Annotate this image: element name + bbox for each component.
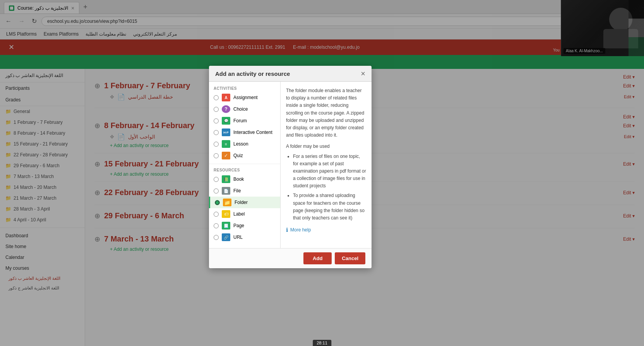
modal-item-folder[interactable]: 📁 Folder (209, 197, 280, 208)
modal-header: Add an activity or resource × (209, 66, 372, 82)
assignment-label: Assignment (233, 95, 258, 100)
choice-label: Choice (233, 106, 248, 112)
radio-interactive[interactable] (214, 130, 219, 135)
add-button[interactable]: Add (303, 252, 332, 264)
url-icon: 🔗 (222, 233, 230, 241)
modal-item-choice[interactable]: ? Choice (209, 103, 280, 115)
resources-section-label: RESOURCES (209, 166, 280, 173)
label-icon: 🏷 (222, 210, 230, 218)
modal-item-assignment[interactable]: A Assignment (209, 92, 280, 103)
modal: Add an activity or resource × ACTIVITIES… (209, 66, 372, 268)
interactive-icon: H·P (222, 128, 230, 136)
folder-icon-modal: 📁 (223, 199, 231, 206)
forum-label: Forum (233, 118, 247, 123)
url-label: URL (233, 235, 243, 240)
radio-choice[interactable] (214, 107, 219, 112)
modal-body: ACTIVITIES A Assignment ? Choice 💬 (209, 82, 372, 248)
info-icon: ℹ (286, 226, 288, 234)
forum-icon: 💬 (222, 117, 230, 125)
page-icon: 📃 (222, 222, 230, 230)
more-help-link[interactable]: More help (290, 226, 311, 234)
activities-section-label: ACTIVITIES (209, 85, 280, 92)
file-icon: 📄 (222, 187, 230, 195)
radio-quiz[interactable] (214, 153, 219, 158)
page-label: Page (233, 223, 244, 228)
use-item-2: To provide a shared uploading space for … (293, 192, 366, 222)
quiz-icon: ✓ (222, 152, 230, 159)
radio-page[interactable] (214, 223, 219, 228)
folder-use-list: For a series of files on one topic, for … (286, 153, 366, 222)
radio-url[interactable] (214, 235, 219, 240)
modal-item-quiz[interactable]: ✓ Quiz (209, 150, 280, 161)
radio-lesson[interactable] (214, 142, 219, 147)
file-label: File (233, 188, 241, 194)
folder-label: Folder (235, 200, 248, 205)
modal-item-page[interactable]: 📃 Page (209, 220, 280, 231)
modal-item-forum[interactable]: 💬 Forum (209, 115, 280, 127)
lesson-label: Lesson (233, 141, 248, 147)
modal-item-lesson[interactable]: ≡ Lesson (209, 138, 280, 150)
modal-close-button[interactable]: × (361, 70, 365, 77)
lesson-icon: ≡ (222, 140, 230, 148)
modal-activities-panel: ACTIVITIES A Assignment ? Choice 💬 (209, 82, 281, 248)
modal-item-url[interactable]: 🔗 URL (209, 231, 280, 243)
choice-icon: ? (222, 105, 230, 113)
book-label: Book (233, 176, 244, 182)
folder-use-title: A folder may be used (286, 143, 366, 150)
modal-item-interactive[interactable]: H·P Interactive Content (209, 127, 280, 138)
use-item-1: For a series of files on one topic, for … (293, 153, 366, 190)
modal-footer: Add Cancel (209, 248, 372, 268)
book-icon: 📗 (222, 175, 230, 183)
radio-assignment[interactable] (214, 95, 219, 100)
timestamp-bar: 28:11 (313, 340, 331, 346)
radio-forum[interactable] (214, 118, 219, 123)
modal-item-file[interactable]: 📄 File (209, 185, 280, 197)
label-label: Label (233, 211, 245, 217)
modal-overlay: Add an activity or resource × ACTIVITIES… (0, 0, 644, 346)
cancel-button[interactable]: Cancel (335, 252, 365, 264)
modal-item-book[interactable]: 📗 Book (209, 173, 280, 185)
modal-item-label[interactable]: 🏷 Label (209, 208, 280, 220)
radio-folder[interactable] (215, 200, 220, 205)
modal-title: Add an activity or resource (215, 70, 290, 77)
modal-description-panel: The folder module enables a teacher to d… (281, 82, 372, 248)
radio-file[interactable] (214, 188, 219, 194)
quiz-label: Quiz (233, 153, 243, 158)
assignment-icon: A (222, 94, 230, 101)
radio-label[interactable] (214, 212, 219, 217)
radio-book[interactable] (214, 177, 219, 182)
interactive-label: Interactive Content (233, 130, 272, 135)
folder-description: The folder module enables a teacher to d… (286, 87, 366, 139)
